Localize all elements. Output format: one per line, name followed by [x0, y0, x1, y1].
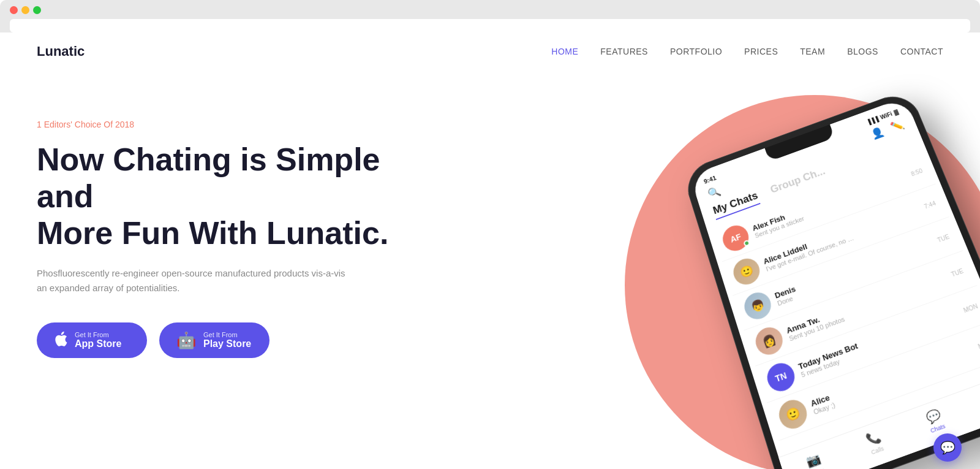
dot-yellow[interactable]	[21, 6, 29, 14]
play-store-pre: Get It From	[203, 331, 251, 338]
chat-time-an: TUE	[950, 267, 964, 278]
nav-link-portfolio[interactable]: PORTFOLIO	[670, 47, 722, 56]
nav-links: HOME FEATURES PORTFOLIO PRICES TEAM BLOG…	[551, 46, 943, 57]
compose-icon[interactable]: ✏️	[889, 118, 905, 134]
navbar: Lunatic HOME FEATURES PORTFOLIO PRICES T…	[0, 32, 980, 71]
app-store-button[interactable]: Get It From App Store	[37, 322, 147, 358]
avatar-wrap-alice2: 🙂	[775, 396, 810, 433]
chat-time-af: 8:50	[910, 167, 924, 177]
nav-item-portfolio[interactable]: PORTFOLIO	[670, 46, 722, 57]
avatar-alice2: 🙂	[775, 396, 810, 433]
address-bar[interactable]	[10, 19, 970, 32]
calls-nav-label: Calls	[870, 445, 885, 456]
nav-item-team[interactable]: TEAM	[800, 46, 825, 57]
hero-visual: 9:41 ▐▐▐ WiFi ▓ 🔍 👤	[557, 58, 980, 469]
nav-item-home[interactable]: HOME	[551, 46, 578, 57]
avatar-wrap-an: 👩	[752, 324, 786, 359]
play-store-main: Play Store	[203, 338, 251, 349]
logo[interactable]: Lunatic	[37, 44, 85, 59]
avatar-af: AF	[720, 222, 752, 254]
chat-time-al: 7:44	[923, 200, 937, 210]
chat-bubble-button[interactable]: 💬	[933, 433, 962, 462]
profile-icon[interactable]: 👤	[869, 125, 886, 140]
hero-title-line2: More Fun With Lunatic.	[37, 215, 388, 251]
nav-link-features[interactable]: FEATURES	[600, 47, 648, 56]
avatar-de: 👦	[741, 289, 774, 323]
calls-nav-icon: 📞	[864, 429, 883, 448]
photo-nav-icon: 📷	[804, 451, 822, 469]
hero-text: 1 Editors' Choice Of 2018 Now Chating is…	[37, 95, 535, 358]
dot-green[interactable]	[33, 6, 41, 14]
hero-title-line1: Now Chating is Simple and	[37, 142, 380, 214]
avatar-tn: TN	[764, 359, 798, 395]
battery-icon: ▓	[893, 109, 899, 115]
avatar-al: 🙂	[730, 255, 763, 289]
bottom-nav-chats[interactable]: 💬 Chats	[924, 407, 946, 434]
dot-red[interactable]	[10, 6, 18, 14]
nav-item-contact[interactable]: CONTACT	[900, 46, 943, 57]
avatar-wrap-de: 👦	[741, 289, 774, 323]
nav-link-home[interactable]: HOME	[551, 47, 578, 56]
search-icon[interactable]: 🔍	[706, 185, 722, 200]
hero-section: 1 Editors' Choice Of 2018 Now Chating is…	[0, 71, 980, 463]
avatar-wrap-af: AF	[720, 222, 752, 254]
cta-buttons: Get It From App Store 🤖 Get It From Play…	[37, 322, 535, 358]
nav-link-contact[interactable]: CONTACT	[900, 47, 943, 56]
bottom-nav-photo[interactable]: 📷 Photo	[804, 451, 825, 469]
app-store-main: App Store	[75, 338, 121, 349]
hero-description: Phosfluorescently re-engineer open-sourc…	[37, 266, 355, 296]
nav-link-team[interactable]: TEAM	[800, 47, 825, 56]
app-store-pre: Get It From	[75, 331, 121, 338]
play-store-text: Get It From Play Store	[203, 331, 251, 349]
avatar-an: 👩	[752, 324, 786, 359]
chat-bubble-icon: 💬	[940, 440, 956, 455]
hero-title: Now Chating is Simple and More Fun With …	[37, 142, 392, 251]
hero-tagline: 1 Editors' Choice Of 2018	[37, 120, 535, 129]
chats-nav-icon: 💬	[924, 407, 943, 425]
nav-link-prices[interactable]: PRICES	[744, 47, 778, 56]
android-icon: 🤖	[176, 332, 196, 348]
apple-icon	[54, 331, 67, 349]
chat-time-de: TUE	[937, 233, 951, 243]
chat-time-tn: MON	[962, 302, 979, 314]
chat-time-alice2: MON	[977, 338, 980, 350]
avatar-wrap-tn: TN	[764, 359, 798, 395]
page: Lunatic HOME FEATURES PORTFOLIO PRICES T…	[0, 32, 980, 469]
nav-item-prices[interactable]: PRICES	[744, 46, 778, 57]
bottom-nav-calls[interactable]: 📞 Calls	[864, 429, 886, 456]
nav-item-blogs[interactable]: BLOGS	[847, 46, 878, 57]
app-store-text: Get It From App Store	[75, 331, 121, 349]
browser-dots	[10, 6, 970, 19]
avatar-wrap-al: 🙂	[730, 255, 763, 289]
play-store-button[interactable]: 🤖 Get It From Play Store	[159, 322, 270, 358]
nav-link-blogs[interactable]: BLOGS	[847, 47, 878, 56]
nav-item-features[interactable]: FEATURES	[600, 46, 648, 57]
browser-chrome	[0, 0, 980, 32]
